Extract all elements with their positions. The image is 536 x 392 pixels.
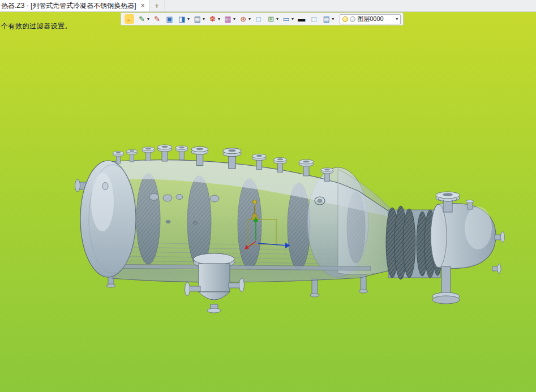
chevron-down-icon[interactable]: ▾ — [203, 16, 205, 21]
layer-combo[interactable]: 图层0000 ▾ — [340, 14, 401, 24]
monitor-icon: ▭ — [281, 14, 291, 24]
chevron-down-icon[interactable]: ▾ — [276, 16, 278, 21]
line-width-button[interactable]: ▬ — [295, 14, 307, 24]
chevron-down-icon[interactable]: ▾ — [248, 16, 251, 21]
shaded-cube-button[interactable]: ▣ — [164, 14, 175, 24]
target-icon: ⊕ — [238, 14, 248, 24]
tab-bar: 热器.Z3 - [列管式壳管式冷凝器不锈钢换热器] × + — [0, 0, 536, 12]
app-window: 热器.Z3 - [列管式壳管式冷凝器不锈钢换热器] × + — [0, 0, 536, 392]
wheel-button[interactable]: ☸▾ — [207, 14, 221, 24]
model-svg — [0, 12, 536, 392]
layers-icon: ▤ — [321, 14, 331, 24]
light-square-button[interactable]: ◻ — [308, 14, 320, 24]
document-tab[interactable]: 热器.Z3 - [列管式壳管式冷凝器不锈钢换热器] × — [0, 0, 150, 11]
chevron-down-icon[interactable]: ▾ — [396, 16, 398, 21]
wheel-icon: ☸ — [208, 14, 217, 24]
layer-combo-value: 图层0000 — [357, 15, 394, 23]
layer-sphere-icon — [350, 16, 355, 22]
render-pencil-button[interactable]: ✎▾ — [136, 14, 151, 24]
line-width-icon: ▬ — [297, 14, 306, 24]
window-plus-button[interactable]: ⊞▾ — [265, 14, 280, 24]
sketch-pen-button[interactable]: ✎ — [151, 14, 163, 24]
target-button[interactable]: ⊕▾ — [237, 14, 252, 24]
solid-stack-button[interactable]: ▤▾ — [191, 14, 206, 24]
status-message: 个有效的过滤器设置。 — [1, 21, 72, 31]
image-button[interactable]: ▦▾ — [222, 14, 237, 24]
chevron-down-icon[interactable]: ▾ — [187, 16, 190, 21]
exit-icon: ← — [125, 14, 134, 24]
shaded-cube-icon: ▣ — [165, 14, 174, 24]
exit-button[interactable]: ← — [123, 14, 135, 24]
render-pencil-icon: ✎ — [137, 14, 147, 24]
tab-close-icon[interactable]: × — [140, 2, 146, 10]
display-mode-cube-icon: ◨ — [177, 14, 187, 24]
sketch-pen-icon: ✎ — [152, 14, 162, 24]
image-icon: ▦ — [223, 14, 233, 24]
toolbar-buttons: ←✎▾✎▣◨▾▤▾☸▾▦▾⊕▾□⊞▾▭▾▬◻▤▾ — [123, 14, 335, 24]
display-mode-cube-button[interactable]: ◨▾ — [176, 14, 191, 24]
bulb-icon — [342, 16, 348, 22]
selection-box-icon: □ — [254, 14, 263, 24]
chevron-down-icon[interactable]: ▾ — [291, 16, 294, 21]
tab-title: 热器.Z3 - [列管式壳管式冷凝器不锈钢换热器] — [1, 1, 136, 11]
chevron-down-icon[interactable]: ▾ — [233, 16, 235, 21]
chevron-down-icon[interactable]: ▾ — [147, 16, 149, 21]
viewport-3d[interactable]: 个有效的过滤器设置。 ←✎▾✎▣◨▾▤▾☸▾▦▾⊕▾□⊞▾▭▾▬◻▤▾ 图层00… — [0, 12, 536, 392]
chevron-down-icon[interactable]: ▾ — [332, 16, 334, 21]
monitor-button[interactable]: ▭▾ — [280, 14, 295, 24]
layers-button[interactable]: ▤▾ — [320, 14, 335, 24]
light-square-icon: ◻ — [309, 14, 319, 24]
chevron-down-icon[interactable]: ▾ — [218, 16, 220, 21]
floating-toolbar: ←✎▾✎▣◨▾▤▾☸▾▦▾⊕▾□⊞▾▭▾▬◻▤▾ 图层0000 ▾ — [121, 12, 404, 25]
selection-box-button[interactable]: □ — [252, 14, 264, 24]
window-plus-icon: ⊞ — [266, 14, 276, 24]
solid-stack-icon: ▤ — [192, 14, 202, 24]
new-tab-button[interactable]: + — [150, 0, 165, 11]
